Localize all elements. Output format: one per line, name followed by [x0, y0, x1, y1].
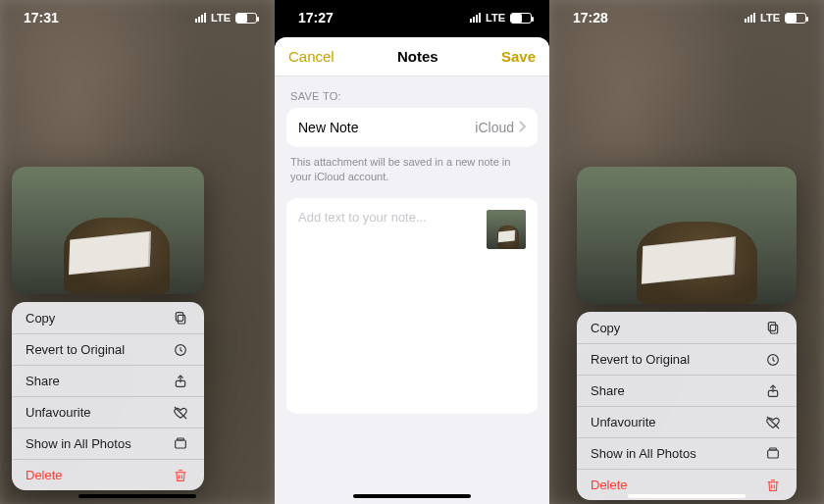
sheet-title: Notes	[397, 48, 438, 65]
menu-label: Unfavourite	[26, 405, 90, 420]
status-bar: 17:27 LTE	[275, 0, 549, 35]
menu-label: Show in All Photos	[591, 446, 696, 461]
grid-photos-icon	[173, 436, 190, 452]
sheet-header: Cancel Notes Save	[275, 37, 549, 76]
network-label: LTE	[486, 12, 505, 24]
network-label: LTE	[760, 12, 780, 24]
signal-icon	[745, 13, 755, 23]
network-label: LTE	[211, 12, 231, 24]
cancel-button[interactable]: Cancel	[288, 48, 335, 65]
status-bar: 17:28 LTE	[549, 0, 824, 35]
status-time: 17:31	[24, 10, 59, 25]
status-bar: 17:31 LTE	[0, 0, 275, 35]
note-placeholder: Add text to your note...	[298, 210, 427, 225]
heart-slash-icon	[173, 405, 190, 421]
save-to-caption: This attachment will be saved in a new n…	[275, 147, 549, 198]
menu-label: Delete	[591, 478, 628, 492]
menu-label: Show in All Photos	[26, 436, 131, 451]
signal-icon	[470, 13, 481, 23]
menu-item-share[interactable]: Share	[577, 375, 797, 406]
menu-label: Revert to Original	[591, 352, 690, 367]
screenshot-photos-context-menu-large: 17:28 LTE Copy Revert to Original Share	[549, 0, 824, 504]
trash-icon	[765, 478, 783, 493]
share-icon	[765, 383, 783, 399]
battery-icon	[235, 13, 257, 24]
save-button[interactable]: Save	[501, 48, 536, 65]
menu-label: Share	[591, 383, 625, 398]
save-to-label: SAVE TO:	[275, 76, 549, 108]
photo-preview[interactable]	[577, 167, 797, 304]
chevron-right-icon	[518, 120, 526, 135]
copy-icon	[173, 310, 190, 326]
home-indicator[interactable]	[628, 494, 746, 498]
menu-label: Copy	[26, 311, 55, 326]
svg-rect-12	[768, 450, 779, 458]
screenshot-notes-share-sheet: 17:27 LTE Cancel Notes Save SAVE TO: New…	[275, 0, 549, 504]
menu-item-show-all[interactable]: Show in All Photos	[577, 437, 797, 469]
save-to-row[interactable]: New Note iCloud	[286, 108, 538, 147]
save-to-title: New Note	[298, 120, 358, 135]
menu-item-unfavourite[interactable]: Unfavourite	[577, 406, 797, 437]
menu-label: Delete	[26, 468, 63, 482]
status-right: LTE	[745, 12, 806, 24]
menu-label: Revert to Original	[26, 342, 125, 357]
status-right: LTE	[195, 12, 257, 24]
svg-rect-5	[176, 440, 186, 448]
svg-rect-8	[768, 323, 775, 331]
svg-rect-13	[770, 448, 777, 450]
home-indicator[interactable]	[78, 494, 196, 498]
menu-item-share[interactable]: Share	[12, 365, 204, 396]
photo-preview[interactable]	[12, 167, 204, 294]
menu-label: Share	[26, 374, 60, 388]
context-menu: Copy Revert to Original Share Unfavourit…	[12, 302, 204, 490]
save-to-value: iCloud	[475, 120, 526, 135]
copy-icon	[765, 320, 783, 335]
menu-label: Copy	[591, 321, 620, 335]
status-time: 17:28	[573, 10, 608, 25]
svg-rect-0	[178, 315, 184, 324]
heart-slash-icon	[765, 415, 783, 430]
menu-item-copy[interactable]: Copy	[12, 302, 204, 333]
signal-icon	[195, 13, 206, 23]
menu-item-revert[interactable]: Revert to Original	[12, 333, 204, 365]
notes-sheet: Cancel Notes Save SAVE TO: New Note iClo…	[275, 37, 549, 504]
revert-icon	[765, 352, 783, 368]
note-body[interactable]: Add text to your note...	[286, 198, 538, 414]
menu-label: Unfavourite	[591, 415, 655, 429]
menu-item-unfavourite[interactable]: Unfavourite	[12, 396, 204, 428]
svg-rect-7	[770, 325, 777, 333]
menu-item-revert[interactable]: Revert to Original	[577, 343, 797, 375]
trash-icon	[173, 468, 190, 483]
context-menu: Copy Revert to Original Share Unfavourit…	[577, 312, 797, 500]
home-indicator[interactable]	[353, 494, 471, 498]
menu-item-show-all[interactable]: Show in All Photos	[12, 428, 204, 459]
menu-item-delete[interactable]: Delete	[12, 459, 204, 490]
share-icon	[173, 374, 190, 389]
menu-item-copy[interactable]: Copy	[577, 312, 797, 343]
battery-icon	[785, 13, 806, 24]
photo-content	[577, 167, 797, 304]
status-time: 17:27	[298, 10, 334, 25]
battery-icon	[510, 13, 532, 24]
svg-rect-1	[176, 313, 182, 322]
screenshot-photos-context-menu-small: 17:31 LTE Copy Revert to Original Share	[0, 0, 275, 504]
grid-photos-icon	[765, 446, 783, 462]
status-right: LTE	[470, 12, 532, 24]
photo-content	[12, 167, 204, 294]
revert-icon	[173, 342, 190, 358]
attachment-thumbnail[interactable]	[487, 210, 526, 249]
svg-rect-6	[178, 438, 184, 440]
